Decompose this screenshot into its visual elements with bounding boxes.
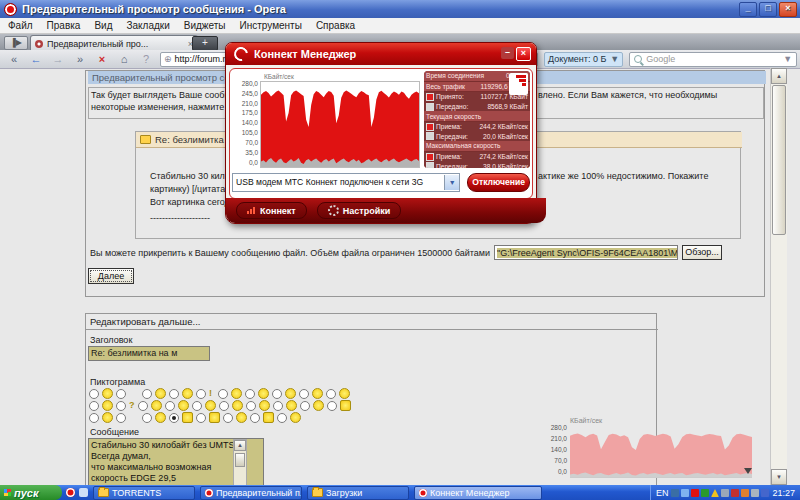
pictogram-radio[interactable] bbox=[218, 389, 228, 399]
new-tab-button[interactable]: + bbox=[192, 36, 218, 51]
back-icon[interactable]: ← bbox=[28, 53, 44, 65]
mini-traffic-chart bbox=[570, 425, 752, 478]
dialog-titlebar[interactable]: Коннект Менеджер – × bbox=[226, 43, 536, 65]
dialog-minimize-button[interactable]: – bbox=[501, 47, 514, 59]
home-icon[interactable]: ⌂ bbox=[116, 53, 132, 65]
scroll-down-icon[interactable]: ▼ bbox=[771, 469, 787, 485]
pictogram-radio[interactable] bbox=[299, 389, 309, 399]
axis-tick-label: 70,0 bbox=[245, 140, 258, 147]
help-icon[interactable]: ? bbox=[138, 53, 154, 65]
file-input[interactable]: "G:\FreeAgent Sync\OFIS-9F64CEAA1801\My … bbox=[494, 245, 678, 260]
menu-item[interactable]: Справка bbox=[316, 20, 355, 31]
pictogram-radio[interactable] bbox=[223, 413, 233, 423]
pictogram-radio[interactable] bbox=[89, 401, 99, 411]
usb-icon[interactable] bbox=[751, 489, 759, 497]
pictogram-radio[interactable] bbox=[327, 401, 337, 411]
rewind-icon[interactable]: « bbox=[6, 53, 22, 65]
signal-bars-icon bbox=[247, 206, 256, 216]
taskbar-task[interactable]: TORRENTS bbox=[93, 486, 195, 500]
display-icon[interactable] bbox=[721, 489, 729, 497]
search-input[interactable]: Google ▼ bbox=[629, 52, 797, 67]
tab-settings[interactable]: Настройки bbox=[317, 202, 401, 219]
warning-icon[interactable] bbox=[711, 489, 719, 497]
pictogram-radio[interactable] bbox=[138, 401, 148, 411]
scroll-thumb[interactable] bbox=[772, 85, 786, 235]
menu-item[interactable]: Закладки bbox=[126, 20, 169, 31]
stop-icon[interactable]: × bbox=[94, 53, 110, 65]
smile2-smiley-icon bbox=[313, 400, 324, 411]
pictogram-radio[interactable] bbox=[272, 389, 282, 399]
language-indicator[interactable]: EN bbox=[656, 488, 669, 498]
scroll-up-icon[interactable]: ▲ bbox=[771, 68, 787, 84]
taskbar-task[interactable]: Предварительный п... bbox=[200, 486, 302, 500]
document-size-indicator[interactable]: Документ: 0 Б ▼ bbox=[544, 52, 623, 67]
menu-item[interactable]: Правка bbox=[47, 20, 81, 31]
chevron-down-icon: ▼ bbox=[444, 175, 459, 190]
antivirus-icon[interactable] bbox=[701, 489, 709, 497]
pictogram-radio[interactable] bbox=[196, 389, 206, 399]
dialog-close-button[interactable]: × bbox=[516, 47, 531, 61]
update-icon[interactable] bbox=[741, 489, 749, 497]
taskbar-task[interactable]: Коннект Менеджер bbox=[414, 486, 542, 500]
dialog-panel: КБайт/сек 280,0245,0210,0175,0140,0105,0… bbox=[229, 68, 533, 199]
pictogram-radio[interactable] bbox=[165, 401, 175, 411]
opera-tray-icon[interactable] bbox=[691, 489, 699, 497]
pencil-smiley-icon bbox=[258, 388, 269, 399]
close-button[interactable]: × bbox=[779, 2, 797, 17]
fast-forward-icon[interactable]: » bbox=[72, 53, 88, 65]
start-button[interactable]: пуск bbox=[0, 485, 62, 500]
stats-row: Текущая скорость bbox=[424, 111, 530, 122]
globe-icon: ⊕ bbox=[164, 54, 172, 64]
taskbar-task[interactable]: Загрузки bbox=[307, 486, 409, 500]
menu-item[interactable]: Вид bbox=[94, 20, 112, 31]
pictogram-radio[interactable] bbox=[142, 389, 152, 399]
pictogram-radio[interactable] bbox=[326, 389, 336, 399]
next-button[interactable]: Далее bbox=[88, 268, 134, 284]
network-icon[interactable] bbox=[681, 489, 689, 497]
pictogram-radio[interactable] bbox=[142, 413, 152, 423]
menu-item[interactable]: Виджеты bbox=[184, 20, 226, 31]
pictogram-radio[interactable] bbox=[273, 401, 283, 411]
textarea-scrollbar[interactable]: ▲ bbox=[233, 439, 247, 486]
scroll-thumb[interactable] bbox=[235, 453, 245, 467]
legend-marker-icon bbox=[426, 153, 434, 161]
pictogram-radio[interactable] bbox=[89, 413, 99, 423]
pictogram-radio[interactable] bbox=[277, 413, 287, 423]
modem-status-dropdown[interactable]: USB модем МТС Коннект подключен к сети 3… bbox=[232, 173, 460, 192]
page-scrollbar[interactable]: ▲ ▼ bbox=[770, 68, 787, 485]
subject-input[interactable]: Re: безлимитка на м bbox=[88, 346, 210, 361]
menu-item[interactable]: Инструменты bbox=[240, 20, 302, 31]
forward-icon[interactable]: → bbox=[50, 53, 66, 65]
browse-button[interactable]: Обзор... bbox=[682, 245, 722, 260]
pictogram-radio[interactable] bbox=[300, 401, 310, 411]
tab-connect[interactable]: Коннект bbox=[236, 202, 307, 219]
trophy-smiley-icon bbox=[312, 388, 323, 399]
quicklaunch-opera-icon[interactable] bbox=[66, 488, 75, 497]
tab-active[interactable]: Предварительный про... × bbox=[30, 35, 198, 51]
pictogram-radio[interactable] bbox=[116, 389, 126, 399]
pictogram-radio[interactable] bbox=[196, 413, 206, 423]
pictogram-radio[interactable] bbox=[246, 401, 256, 411]
pictogram-radio[interactable] bbox=[116, 401, 126, 411]
pictogram-radio[interactable] bbox=[245, 389, 255, 399]
pictogram-radio[interactable] bbox=[169, 389, 179, 399]
quicklaunch-explorer-icon[interactable] bbox=[79, 488, 88, 497]
pictogram-radio[interactable] bbox=[219, 401, 229, 411]
book-icon bbox=[140, 135, 151, 144]
panels-toggle-icon[interactable]: ▐▶ bbox=[4, 36, 28, 50]
menu-item[interactable]: Файл bbox=[8, 20, 33, 31]
pictogram-radio[interactable] bbox=[116, 413, 126, 423]
pictogram-radio[interactable] bbox=[192, 401, 202, 411]
messenger-icon[interactable] bbox=[671, 489, 679, 497]
pictogram-radio[interactable] bbox=[169, 413, 179, 423]
scroll-up-icon[interactable]: ▲ bbox=[234, 440, 246, 451]
disconnect-button[interactable]: Отключение bbox=[467, 173, 530, 192]
resize-corner-icon bbox=[744, 468, 752, 474]
pictogram-radio[interactable] bbox=[89, 389, 99, 399]
minimize-button[interactable]: _ bbox=[739, 2, 757, 17]
chevron-down-icon: ▼ bbox=[610, 54, 619, 64]
maximize-button[interactable]: □ bbox=[759, 2, 777, 17]
volume-icon[interactable] bbox=[731, 489, 739, 497]
pictogram-radio[interactable] bbox=[250, 413, 260, 423]
connection-icon[interactable] bbox=[761, 489, 769, 497]
